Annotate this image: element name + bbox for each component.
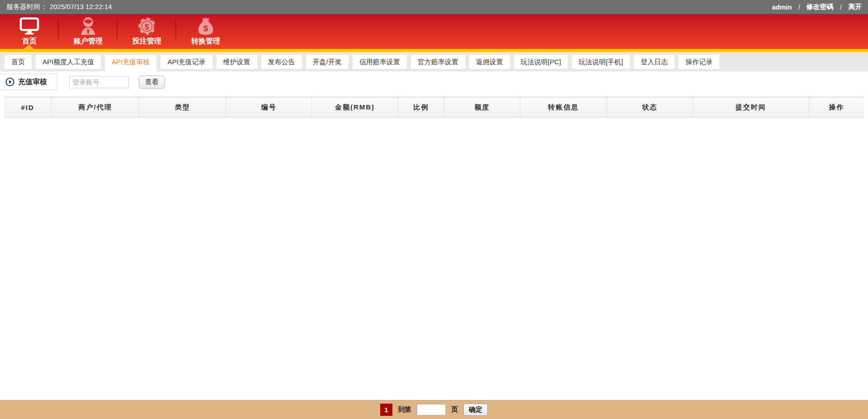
col-type: 类型 (139, 97, 226, 118)
user-icon (79, 17, 97, 36)
nav-item-transfer[interactable]: $ 转换管理 (176, 14, 235, 49)
tab-official-odds-settings[interactable]: 官方赔率设置 (411, 55, 465, 69)
filter-toolbar: 充值审核 查看 (0, 73, 868, 90)
nav-item-label: 投注管理 (132, 37, 161, 46)
active-nav-pointer-icon (24, 45, 34, 49)
tab-maintenance-settings[interactable]: 维护设置 (217, 55, 257, 69)
server-time-value: 2025/07/13 12:22:14 (50, 3, 112, 11)
server-time: 服务器时间： 2025/07/13 12:22:14 (6, 3, 112, 11)
nav-item-label: 账户管理 (74, 37, 103, 46)
col-merchant-agent: 商户/代理 (52, 97, 139, 118)
logout-link[interactable]: 离开 (848, 3, 862, 11)
change-password-link[interactable]: 修改密碼 (807, 3, 834, 11)
tab-publish-announcement[interactable]: 发布公告 (261, 55, 302, 69)
tab-rebate-settings[interactable]: 返佣设置 (469, 55, 510, 69)
tab-rules-pc[interactable]: 玩法说明[PC] (514, 55, 568, 69)
view-button[interactable]: 查看 (139, 76, 165, 89)
nav-item-betting[interactable]: $ 投注管理 (118, 14, 176, 49)
tab-operation-log[interactable]: 操作记录 (679, 55, 719, 69)
monitor-icon (19, 17, 39, 36)
confirm-button[interactable]: 确定 (463, 404, 488, 416)
svg-text:$: $ (203, 24, 208, 33)
section-title: 充值审核 (18, 77, 47, 87)
tab-api-recharge-review[interactable]: API充值审核 (105, 55, 156, 71)
tab-login-log[interactable]: 登入日志 (634, 55, 675, 69)
col-actions: 操作 (809, 97, 864, 118)
nav-item-label: 转换管理 (191, 37, 220, 46)
tab-credit-odds-settings[interactable]: 信用赔率设置 (353, 55, 407, 69)
records-table-wrap: #ID 商户/代理 类型 编号 金额(RMB) 比例 额度 转账信息 状态 提交… (4, 97, 864, 118)
col-amount-rmb: 金额(RMB) (312, 97, 398, 118)
main-content: 充值审核 查看 #ID 商户/代理 类型 编号 金额(RMB) (0, 71, 868, 400)
tab-rules-mobile[interactable]: 玩法说明[手机] (572, 55, 630, 69)
col-id: #ID (4, 97, 52, 118)
page-number-button[interactable]: 1 (380, 404, 392, 416)
admin-page: 服务器时间： 2025/07/13 12:22:14 admin / 修改密碼 … (0, 0, 868, 419)
nav-item-accounts[interactable]: 账户管理 (59, 14, 118, 49)
col-number: 编号 (226, 97, 312, 118)
goto-page-input[interactable] (417, 404, 446, 415)
records-table: #ID 商户/代理 类型 编号 金额(RMB) 比例 额度 转账信息 状态 提交… (4, 97, 864, 118)
tab-api-recharge-records[interactable]: API充值记录 (160, 55, 212, 69)
separator: / (840, 3, 842, 11)
col-ratio: 比例 (398, 97, 444, 118)
section-title-box: 充值审核 (0, 74, 57, 90)
username: admin (772, 3, 792, 11)
tab-open-draw[interactable]: 开盘/开奖 (306, 55, 349, 69)
login-account-input[interactable] (69, 76, 129, 88)
col-submit-time: 提交时间 (693, 97, 809, 118)
tab-api-manual-recharge[interactable]: API额度人工充值 (36, 55, 101, 69)
money-bag-icon: $ (197, 17, 215, 36)
play-circle-icon (5, 77, 14, 86)
goto-prefix-label: 到第 (398, 405, 411, 414)
tab-home[interactable]: 首页 (5, 55, 32, 69)
goto-suffix-label: 页 (451, 405, 458, 414)
svg-text:$: $ (145, 22, 149, 31)
main-nav: 首页 账户管理 $ 投注管理 (0, 14, 868, 49)
accent-strip (0, 49, 868, 52)
sub-tab-bar: 首页 API额度人工充值 API充值审核 API充值记录 维护设置 发布公告 开… (0, 52, 868, 71)
top-status-bar: 服务器时间： 2025/07/13 12:22:14 admin / 修改密碼 … (0, 0, 868, 14)
col-status: 状态 (607, 97, 693, 118)
col-transfer-info: 转账信息 (520, 97, 607, 118)
pagination-bar: 1 到第 页 确定 (0, 400, 868, 419)
col-quota: 额度 (444, 97, 520, 118)
server-time-label: 服务器时间： (6, 3, 47, 11)
poker-chip-icon: $ (137, 17, 156, 36)
table-header-row: #ID 商户/代理 类型 编号 金额(RMB) 比例 额度 转账信息 状态 提交… (4, 97, 864, 118)
nav-item-home[interactable]: 首页 (0, 14, 59, 49)
separator: / (798, 3, 800, 11)
